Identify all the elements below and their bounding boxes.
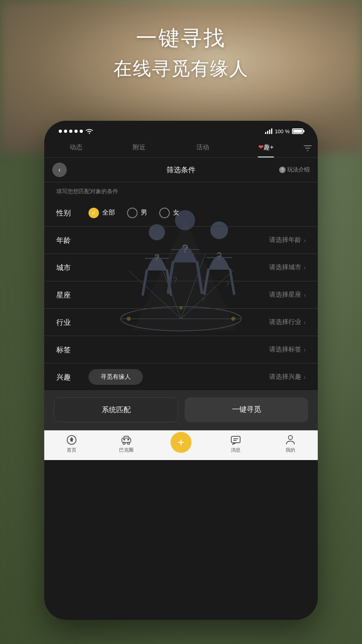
- status-dots: [59, 130, 83, 133]
- filter-icon: [303, 143, 313, 153]
- interest-tag[interactable]: 寻觅有缘人: [88, 369, 143, 385]
- tab-quplus[interactable]: ❤趣+: [234, 138, 298, 157]
- bottom-buttons: 系统匹配 一键寻觅: [44, 391, 318, 430]
- star-chevron: ›: [304, 292, 306, 298]
- svg-rect-35: [231, 436, 240, 443]
- tab-huodong[interactable]: 活动: [171, 138, 234, 157]
- message-icon: [230, 435, 241, 445]
- svg-point-31: [123, 442, 125, 445]
- interest-row[interactable]: 兴趣 寻觅有缘人 请选择兴趣 ›: [44, 363, 318, 391]
- radio-all[interactable]: ✓: [88, 208, 99, 218]
- dot4: [74, 130, 78, 133]
- nav-bakequan[interactable]: 巴克圈: [99, 435, 154, 454]
- tag-row[interactable]: 标签 请选择标签 ›: [44, 336, 318, 363]
- nav-add[interactable]: +: [154, 435, 208, 454]
- help-icon: ?: [279, 167, 286, 173]
- age-value: 请选择年龄 ›: [269, 236, 306, 244]
- gender-label: 性别: [56, 208, 80, 218]
- age-row[interactable]: 年龄 请选择年龄 ›: [44, 227, 318, 254]
- svg-rect-30: [122, 438, 131, 442]
- dot2: [64, 130, 67, 133]
- industry-value: 请选择行业 ›: [269, 318, 306, 326]
- gender-male[interactable]: 男: [127, 208, 147, 218]
- battery-icon: [292, 128, 303, 134]
- filter-icon-btn[interactable]: [298, 138, 318, 157]
- gender-row: 性别 ✓ 全部 男: [44, 199, 318, 227]
- svg-rect-34: [128, 439, 130, 440]
- dot3: [69, 130, 72, 133]
- filter-panel: ? ? ? ? ? ?: [44, 158, 318, 430]
- city-chevron: ›: [304, 264, 306, 271]
- status-bar: 100 %: [44, 121, 318, 138]
- battery-pct: 100 %: [275, 128, 290, 134]
- back-button[interactable]: ‹: [52, 163, 67, 177]
- help-link[interactable]: ? 玩法介绍: [279, 166, 310, 173]
- gender-options: ✓ 全部 男 女: [88, 208, 179, 218]
- bottom-nav: 首页 巴克圈 +: [44, 430, 318, 460]
- header-line2: 在线寻觅有缘人: [0, 56, 362, 81]
- wifi-icon: [85, 128, 94, 134]
- interest-label: 兴趣: [56, 372, 80, 382]
- city-value: 请选择城市 ›: [269, 263, 306, 272]
- interest-chevron: ›: [304, 374, 306, 380]
- city-label: 城市: [56, 263, 80, 272]
- add-icon[interactable]: +: [171, 432, 191, 453]
- tab-fujin[interactable]: 附近: [108, 138, 171, 157]
- city-row[interactable]: 城市 请选择城市 ›: [44, 254, 318, 281]
- star-row[interactable]: 星座 请选择星座 ›: [44, 281, 318, 309]
- filter-subtitle: 填写您想匹配对象的条件: [44, 182, 318, 199]
- star-value: 请选择星座 ›: [269, 291, 306, 299]
- header-line1: 一键寻找: [0, 24, 362, 52]
- tag-label: 标签: [56, 345, 80, 355]
- car-icon: [121, 435, 132, 445]
- gender-all[interactable]: ✓ 全部: [88, 208, 115, 218]
- svg-marker-28: [70, 437, 74, 440]
- nav-messages[interactable]: 消息: [208, 435, 263, 454]
- svg-rect-33: [123, 439, 125, 440]
- age-label: 年龄: [56, 235, 80, 245]
- age-chevron: ›: [304, 237, 306, 244]
- dot5: [80, 130, 83, 133]
- svg-point-38: [288, 436, 292, 440]
- header-section: 一键寻找 在线寻觅有缘人: [0, 24, 362, 81]
- radio-male[interactable]: [127, 208, 138, 218]
- tab-dongtai[interactable]: 动态: [44, 138, 108, 157]
- system-match-button[interactable]: 系统匹配: [54, 397, 178, 422]
- nav-messages-label: 消息: [231, 447, 241, 454]
- person-icon: [285, 435, 296, 445]
- nav-home-label: 首页: [67, 447, 76, 454]
- filter-title: 筛选条件: [167, 165, 195, 175]
- svg-point-32: [128, 442, 130, 445]
- home-icon: [66, 435, 77, 445]
- phone-frame: 100 % 动态 附近 活动 ❤趣+: [44, 121, 318, 620]
- tab-bar: 动态 附近 活动 ❤趣+: [44, 138, 318, 158]
- svg-rect-29: [70, 440, 73, 442]
- industry-chevron: ›: [304, 319, 306, 326]
- nav-mine-label: 我的: [286, 447, 295, 454]
- tag-value: 请选择标签 ›: [269, 345, 306, 354]
- radio-female[interactable]: [159, 208, 170, 218]
- industry-label: 行业: [56, 318, 80, 327]
- star-label: 星座: [56, 290, 80, 300]
- tag-chevron: ›: [304, 347, 306, 353]
- filter-header: ‹ 筛选条件 ? 玩法介绍: [44, 158, 318, 182]
- status-right: 100 %: [265, 128, 303, 134]
- nav-bakequan-label: 巴克圈: [119, 447, 134, 454]
- signal-icon: [265, 128, 272, 134]
- interest-value: 请选择兴趣 ›: [269, 373, 306, 381]
- filter-rows: ‹ 筛选条件 ? 玩法介绍 填写您想匹配对象的条件 性别: [44, 158, 318, 391]
- nav-mine[interactable]: 我的: [263, 435, 318, 454]
- dot1: [59, 130, 62, 133]
- one-key-search-button[interactable]: 一键寻觅: [185, 397, 308, 422]
- gender-female[interactable]: 女: [159, 208, 179, 218]
- nav-home[interactable]: 首页: [44, 435, 99, 454]
- help-label: 玩法介绍: [287, 166, 310, 173]
- industry-row[interactable]: 行业 请选择行业 ›: [44, 309, 318, 336]
